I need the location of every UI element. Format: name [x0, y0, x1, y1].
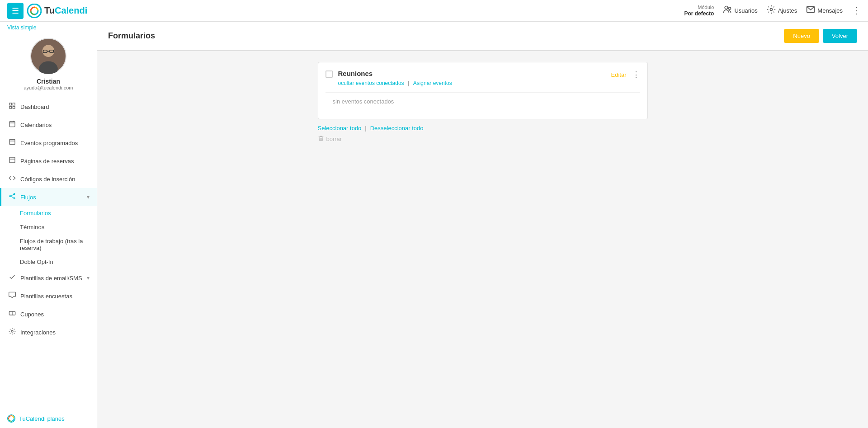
- delete-label: borrar: [326, 136, 342, 142]
- svg-point-0: [28, 4, 41, 18]
- hamburger-button[interactable]: ☰: [7, 3, 24, 19]
- form-name: Reuniones: [338, 70, 606, 77]
- plans-icon: [7, 414, 15, 423]
- tucalendi-plans-link[interactable]: TuCalendi planes: [7, 414, 90, 423]
- sidebar-nav: Dashboard Calendarios: [0, 98, 97, 409]
- svg-point-2: [729, 7, 731, 9]
- more-options-icon[interactable]: ⋮: [852, 5, 861, 16]
- form-card-body: sin eventos conectados: [326, 92, 640, 112]
- eventos-icon: [9, 138, 16, 147]
- profile-name: Cristian: [37, 78, 60, 85]
- svg-line-29: [11, 196, 14, 198]
- assign-events-link[interactable]: Asignar eventos: [413, 80, 452, 86]
- sidebar-item-dashboard[interactable]: Dashboard: [0, 98, 97, 116]
- sidebar-item-plantillas-email[interactable]: Plantillas de email/SMS ▾: [0, 269, 97, 287]
- calendarios-label: Calendarios: [20, 122, 90, 128]
- plantillas-email-label: Plantillas de email/SMS: [20, 275, 82, 282]
- form-card-inner: Reuniones ocultar eventos conectados | A…: [318, 62, 647, 119]
- sidebar-sub-doble-optin[interactable]: Doble Opt-In: [0, 255, 97, 269]
- flujos-chevron-icon: ▾: [87, 194, 90, 200]
- svg-line-28: [11, 194, 14, 196]
- hide-connected-link[interactable]: ocultar eventos conectados: [338, 80, 404, 86]
- sidebar-item-cupones[interactable]: Cupones: [0, 305, 97, 323]
- plantillas-email-icon: [9, 273, 16, 282]
- header-actions: Nuevo Volver: [784, 29, 857, 43]
- svg-rect-19: [9, 140, 15, 145]
- form-card-reuniones: Reuniones ocultar eventos conectados | A…: [318, 62, 648, 119]
- svg-rect-11: [9, 103, 12, 105]
- delete-action[interactable]: borrar: [318, 135, 648, 143]
- nuevo-button[interactable]: Nuevo: [784, 29, 819, 43]
- cupones-label: Cupones: [20, 311, 90, 318]
- form-card-actions: Editar ⋮: [611, 70, 640, 80]
- mensajes-link[interactable]: Mensajes: [806, 5, 843, 16]
- sidebar-item-calendarios[interactable]: Calendarios: [0, 116, 97, 134]
- content-area: Formularios Nuevo Volver Reuniones ocult…: [97, 22, 868, 428]
- usuarios-label: Usuarios: [734, 7, 757, 14]
- sidebar-item-plantillas-encuestas[interactable]: Plantillas encuestas: [0, 287, 97, 305]
- sidebar-item-codigos[interactable]: Códigos de inserción: [0, 170, 97, 188]
- page-title: Formularios: [108, 31, 155, 41]
- sidebar-sub-formularios[interactable]: Formularios: [0, 206, 97, 220]
- ajustes-label: Ajustes: [778, 7, 797, 14]
- integraciones-label: Integraciones: [20, 329, 90, 336]
- dashboard-label: Dashboard: [20, 103, 90, 110]
- logo-text: TuCalendi: [44, 5, 87, 16]
- plantillas-email-chevron-icon: ▾: [87, 275, 90, 281]
- svg-point-1: [725, 6, 728, 9]
- svg-rect-14: [13, 106, 15, 108]
- paginas-label: Páginas de reservas: [20, 158, 90, 165]
- form-select-checkbox[interactable]: [326, 71, 333, 78]
- no-events-label: sin eventos conectados: [333, 98, 394, 105]
- svg-point-3: [770, 8, 772, 10]
- svg-point-32: [11, 330, 13, 332]
- top-nav-right: Módulo Por defecto Usuarios Ajustes: [684, 5, 861, 17]
- select-all-link[interactable]: Seleccionar todo: [318, 125, 362, 132]
- selection-actions: Seleccionar todo | Desseleccionar todo: [318, 125, 648, 132]
- svg-point-26: [14, 193, 15, 195]
- svg-point-27: [14, 198, 15, 199]
- sidebar-sub-flujos-trabajo[interactable]: Flujos de trabajo (tras la reserva): [0, 234, 97, 255]
- integraciones-icon: [9, 328, 16, 337]
- plans-label: TuCalendi planes: [19, 415, 65, 422]
- svg-rect-23: [9, 157, 15, 163]
- usuarios-link[interactable]: Usuarios: [723, 5, 757, 16]
- form-more-options-button[interactable]: ⋮: [632, 70, 640, 80]
- volver-button[interactable]: Volver: [823, 29, 857, 43]
- sidebar-profile: Cristian ayuda@tucalendi.com: [0, 33, 97, 98]
- content-header: Formularios Nuevo Volver: [97, 22, 868, 51]
- plantillas-encuestas-icon: [9, 292, 16, 301]
- sidebar-sub-terminos[interactable]: Términos: [0, 220, 97, 234]
- flujos-icon: [9, 193, 16, 202]
- flujos-label: Flujos: [20, 194, 82, 201]
- ajustes-link[interactable]: Ajustes: [767, 5, 797, 16]
- trash-icon: [318, 135, 324, 143]
- svg-rect-13: [9, 106, 12, 108]
- paginas-icon: [9, 156, 16, 165]
- deselect-all-link[interactable]: Desseleccionar todo: [370, 125, 424, 132]
- profile-email: ayuda@tucalendi.com: [24, 85, 73, 90]
- sidebar-item-flujos[interactable]: Flujos ▾: [0, 188, 97, 206]
- svg-point-6: [42, 45, 55, 57]
- svg-point-25: [9, 196, 11, 197]
- logo-icon: [27, 4, 42, 18]
- dashboard-icon: [9, 102, 16, 111]
- usuarios-icon: [723, 5, 732, 16]
- plantillas-encuestas-label: Plantillas encuestas: [20, 293, 90, 300]
- content-body: Reuniones ocultar eventos conectados | A…: [97, 51, 868, 154]
- cupones-icon: [9, 310, 16, 319]
- mensajes-label: Mensajes: [817, 7, 843, 14]
- form-card-header: Reuniones ocultar eventos conectados | A…: [326, 70, 640, 87]
- module-label: Módulo Por defecto: [684, 5, 714, 17]
- form-info: Reuniones ocultar eventos conectados | A…: [338, 70, 606, 87]
- codigos-label: Códigos de inserción: [20, 176, 90, 183]
- eventos-label: Eventos programados: [20, 140, 90, 146]
- sidebar-item-paginas[interactable]: Páginas de reservas: [0, 152, 97, 170]
- editar-button[interactable]: Editar: [611, 71, 627, 78]
- sidebar-item-integraciones[interactable]: Integraciones: [0, 323, 97, 341]
- logo: TuCalendi: [27, 4, 87, 18]
- simple-view-link[interactable]: Vista simple: [0, 22, 97, 33]
- calendarios-icon: [9, 120, 16, 129]
- sidebar-item-eventos[interactable]: Eventos programados: [0, 134, 97, 152]
- form-links: ocultar eventos conectados | Asignar eve…: [338, 79, 606, 87]
